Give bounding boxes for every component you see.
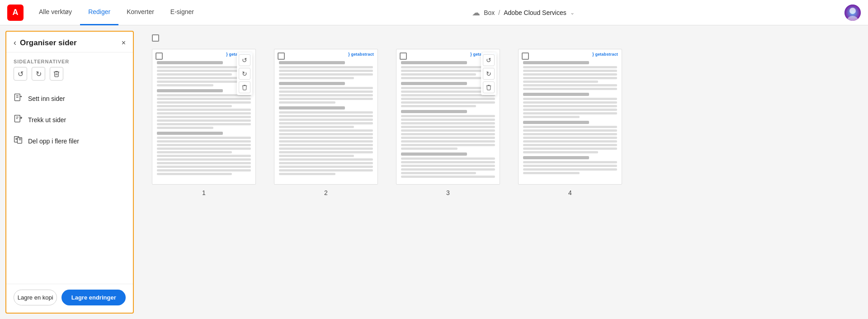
- page-1-delete-button[interactable]: [239, 81, 250, 93]
- del-opp-icon: [14, 135, 23, 147]
- page-3-actions: ↺ ↻: [481, 52, 496, 95]
- sidebar-close-button[interactable]: ×: [122, 39, 126, 47]
- page-3-redo-button[interactable]: ↻: [483, 68, 495, 80]
- page-item-1: } getabstract: [152, 49, 256, 196]
- page-thumb-wrap-2: } getabstract: [274, 49, 378, 185]
- nav-tab-rediger[interactable]: Rediger: [80, 0, 118, 25]
- user-avatar[interactable]: [844, 5, 861, 21]
- sidebar-header: ‹ Organiser sider ×: [6, 32, 133, 52]
- page-4-checkbox[interactable]: [522, 52, 529, 62]
- page-1-actions: ↺ ↻: [237, 52, 252, 95]
- page-item-4: } getabstract: [518, 49, 622, 196]
- page-item-3: } getabstract: [396, 49, 500, 196]
- page-thumb-content-4: [519, 58, 622, 184]
- getabstract-logo-4: } getabstract: [592, 52, 618, 57]
- pages-grid: } getabstract: [152, 49, 850, 196]
- page-thumb-wrap-4: } getabstract: [518, 49, 622, 185]
- nav-right: [844, 5, 861, 21]
- main-area: ‹ Organiser sider × SIDEALTERNATIVER ↺ ↻: [0, 25, 868, 319]
- page-3-undo-button[interactable]: ↺: [483, 54, 495, 66]
- delete-button[interactable]: [50, 67, 63, 81]
- menu-item-sett-inn[interactable]: Sett inn sider: [6, 88, 133, 109]
- page-1-redo-button[interactable]: ↻: [239, 68, 250, 80]
- page-thumb-content-2: [274, 58, 377, 184]
- nav-breadcrumb: ☁ Box / Adobe Cloud Services ⌄: [202, 8, 844, 18]
- breadcrumb-adobe-cloud: Adobe Cloud Services: [504, 9, 566, 16]
- page-item-2: } getabstract: [274, 49, 378, 196]
- page-thumb-wrap-3: } getabstract: [396, 49, 500, 185]
- sidebar-menu: Sett inn sider Trekk ut sider: [6, 86, 133, 284]
- page-1-label: 1: [202, 189, 206, 196]
- trekk-ut-icon: [14, 114, 23, 125]
- page-4-label: 4: [568, 189, 572, 196]
- svg-point-1: [849, 8, 856, 14]
- nav-tabs: Alle verktøy Rediger Konverter E-signer: [31, 0, 202, 25]
- undo-button[interactable]: ↺: [14, 67, 27, 81]
- breadcrumb-chevron-icon[interactable]: ⌄: [570, 10, 575, 16]
- breadcrumb-service: Box: [484, 9, 495, 16]
- sett-inn-icon: [14, 93, 23, 104]
- page-thumb-2: } getabstract: [274, 49, 378, 185]
- sidebar-back-button[interactable]: ‹: [14, 38, 16, 48]
- save-changes-button[interactable]: Lagre endringer: [61, 290, 126, 305]
- sidebar-footer: Lagre en kopi Lagre endringer: [6, 284, 133, 313]
- page-1-checkbox[interactable]: [156, 52, 163, 62]
- redo-button[interactable]: ↻: [32, 67, 45, 81]
- page-3-label: 3: [446, 189, 450, 196]
- adobe-logo: A: [7, 5, 24, 21]
- page-1-undo-button[interactable]: ↺: [239, 54, 250, 66]
- content-area: } getabstract: [134, 25, 868, 319]
- sidebar-section-label: SIDEALTERNATIVER: [6, 52, 133, 67]
- getabstract-logo-2: } getabstract: [348, 52, 374, 57]
- page-3-checkbox[interactable]: [400, 52, 407, 62]
- menu-item-del-opp[interactable]: Del opp i flere filer: [6, 130, 133, 152]
- sidebar-toolbar: ↺ ↻: [6, 67, 133, 86]
- page-2-label: 2: [324, 189, 328, 196]
- breadcrumb-separator: /: [498, 9, 500, 16]
- menu-item-trekk-ut[interactable]: Trekk ut sider: [6, 109, 133, 130]
- nav-tab-konverter[interactable]: Konverter: [118, 0, 162, 25]
- menu-item-del-opp-label: Del opp i flere filer: [28, 138, 79, 145]
- nav-tab-alle-verktoy[interactable]: Alle verktøy: [31, 0, 80, 25]
- cloud-icon: ☁: [472, 8, 480, 18]
- nav-tab-e-signer[interactable]: E-signer: [162, 0, 202, 25]
- save-copy-button[interactable]: Lagre en kopi: [14, 290, 57, 305]
- menu-item-trekk-ut-label: Trekk ut sider: [28, 116, 66, 124]
- page-3-delete-button[interactable]: [483, 81, 495, 93]
- top-navigation: A Alle verktøy Rediger Konverter E-signe…: [0, 0, 868, 25]
- page-thumb-wrap-1: } getabstract: [152, 49, 256, 185]
- menu-item-sett-inn-label: Sett inn sider: [28, 95, 65, 102]
- select-all-checkbox[interactable]: [152, 34, 159, 42]
- sidebar-organiser: ‹ Organiser sider × SIDEALTERNATIVER ↺ ↻: [5, 31, 134, 314]
- page-2-checkbox[interactable]: [278, 52, 285, 62]
- page-thumb-4: } getabstract: [518, 49, 622, 185]
- select-all-row: [152, 34, 850, 42]
- sidebar-title: Organiser sider: [20, 38, 122, 48]
